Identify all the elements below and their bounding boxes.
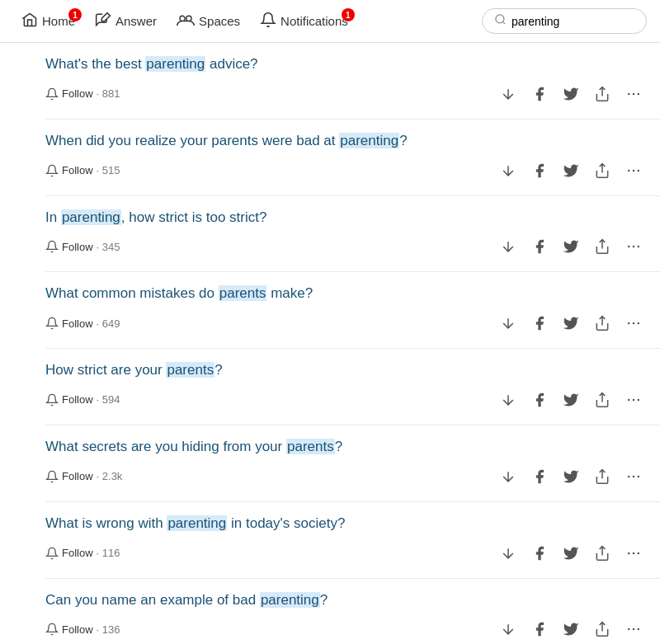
downvote-icon[interactable]	[495, 310, 521, 336]
twitter-icon[interactable]	[558, 233, 584, 260]
svg-point-29	[633, 552, 635, 554]
question-title[interactable]: Can you name an example of bad parenting…	[45, 590, 647, 610]
svg-point-1	[186, 16, 191, 21]
follow-count: · 594	[97, 393, 120, 406]
more-icon[interactable]	[620, 463, 647, 490]
facebook-icon[interactable]	[526, 387, 553, 413]
table-row: When did you realize your parents were b…	[45, 120, 660, 196]
svg-point-0	[180, 16, 185, 21]
svg-point-25	[633, 476, 635, 478]
nav-notifications[interactable]: Notifications 1	[252, 7, 356, 35]
table-row: Can you name an example of bad parenting…	[45, 579, 660, 644]
facebook-icon[interactable]	[526, 310, 553, 336]
follow-label[interactable]: Follow	[62, 547, 93, 559]
facebook-icon[interactable]	[526, 616, 553, 642]
downvote-icon[interactable]	[495, 463, 521, 490]
follow-label[interactable]: Follow	[62, 393, 93, 406]
follow-count: · 116	[97, 547, 120, 559]
svg-point-10	[638, 169, 640, 172]
downvote-icon[interactable]	[495, 616, 521, 642]
twitter-icon[interactable]	[558, 310, 584, 336]
share-icon[interactable]	[589, 540, 615, 566]
svg-point-34	[638, 628, 640, 631]
share-icon[interactable]	[589, 463, 615, 490]
follow-area: Follow · 594	[45, 393, 120, 407]
more-icon[interactable]	[620, 616, 647, 642]
follow-bell-icon	[45, 623, 59, 636]
follow-area: Follow · 649	[45, 317, 120, 330]
follow-count: · 881	[97, 87, 120, 100]
svg-point-6	[638, 93, 640, 96]
follow-count: · 2.3k	[97, 470, 123, 482]
facebook-icon[interactable]	[526, 81, 553, 107]
question-title[interactable]: What common mistakes do parents make?	[45, 284, 647, 303]
follow-bell-icon	[45, 317, 59, 330]
share-icon[interactable]	[589, 81, 615, 107]
table-row: What is wrong with parenting in today's …	[45, 502, 660, 579]
table-row: What common mistakes do parents make? Fo…	[45, 272, 660, 349]
twitter-icon[interactable]	[558, 616, 584, 642]
question-title[interactable]: What is wrong with parenting in today's …	[45, 514, 647, 534]
twitter-icon[interactable]	[558, 81, 584, 107]
more-icon[interactable]	[620, 81, 647, 107]
facebook-icon[interactable]	[526, 463, 553, 490]
twitter-icon[interactable]	[558, 540, 584, 566]
nav-answer[interactable]: Answer	[87, 7, 165, 35]
more-icon[interactable]	[620, 387, 647, 413]
share-icon[interactable]	[589, 157, 615, 184]
question-title[interactable]: What's the best parenting advice?	[45, 54, 647, 74]
question-actions: Follow · 116	[45, 540, 647, 566]
svg-point-4	[628, 93, 630, 96]
question-list: What's the best parenting advice? Follow…	[0, 43, 660, 644]
share-icon[interactable]	[589, 310, 615, 336]
question-title[interactable]: How strict are your parents?	[45, 360, 647, 380]
nav-spaces[interactable]: Spaces	[168, 7, 248, 35]
follow-area: Follow · 136	[45, 623, 120, 636]
follow-count: · 515	[97, 164, 120, 176]
svg-point-16	[628, 322, 630, 325]
question-title[interactable]: When did you realize your parents were b…	[45, 131, 647, 151]
facebook-icon[interactable]	[526, 157, 553, 184]
follow-area: Follow · 345	[45, 240, 120, 253]
search-input[interactable]	[512, 15, 634, 28]
twitter-icon[interactable]	[558, 157, 584, 184]
svg-point-13	[633, 246, 635, 248]
main-nav: Home 1 Answer Spaces	[0, 0, 660, 43]
downvote-icon[interactable]	[495, 540, 521, 566]
twitter-icon[interactable]	[558, 387, 584, 413]
follow-label[interactable]: Follow	[62, 241, 93, 253]
notifications-badge: 1	[342, 8, 355, 21]
downvote-icon[interactable]	[495, 81, 521, 107]
facebook-icon[interactable]	[526, 233, 553, 260]
question-actions: Follow · 881	[45, 81, 647, 107]
follow-label[interactable]: Follow	[62, 470, 93, 482]
bell-icon	[260, 12, 276, 31]
table-row: What secrets are you hiding from your pa…	[45, 425, 660, 502]
question-title[interactable]: In parenting, how strict is too strict?	[45, 208, 647, 228]
downvote-icon[interactable]	[495, 157, 521, 184]
share-icon[interactable]	[589, 616, 615, 642]
downvote-icon[interactable]	[495, 387, 521, 413]
follow-label[interactable]: Follow	[62, 164, 93, 176]
nav-answer-label: Answer	[116, 14, 157, 28]
more-icon[interactable]	[620, 540, 647, 566]
twitter-icon[interactable]	[558, 463, 584, 490]
downvote-icon[interactable]	[495, 233, 521, 260]
follow-label[interactable]: Follow	[62, 623, 93, 636]
more-icon[interactable]	[620, 157, 647, 184]
question-title[interactable]: What secrets are you hiding from your pa…	[45, 437, 647, 457]
question-actions: Follow · 649	[45, 310, 647, 336]
table-row: In parenting, how strict is too strict? …	[45, 196, 660, 273]
nav-home[interactable]: Home 1	[13, 7, 83, 35]
more-icon[interactable]	[620, 310, 647, 336]
follow-label[interactable]: Follow	[62, 317, 93, 330]
follow-count: · 345	[97, 241, 120, 253]
facebook-icon[interactable]	[526, 540, 553, 566]
follow-area: Follow · 2.3k	[45, 470, 122, 483]
more-icon[interactable]	[620, 233, 647, 260]
share-icon[interactable]	[589, 387, 615, 413]
follow-label[interactable]: Follow	[62, 87, 93, 100]
follow-area: Follow · 881	[45, 87, 120, 101]
share-icon[interactable]	[589, 233, 615, 260]
svg-point-33	[633, 628, 635, 631]
